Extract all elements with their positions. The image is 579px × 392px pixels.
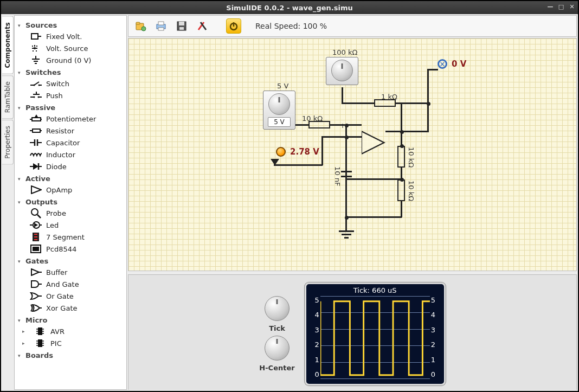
resistor-r3-label: 10 kΩ [407,147,415,168]
pot1-top-label: 5 V [277,82,288,90]
minimize-button[interactable]: — [546,3,554,10]
svg-rect-0 [31,34,38,39]
pcd-icon [30,245,42,253]
capacitor[interactable] [341,169,352,179]
save-button[interactable] [174,18,189,34]
component-pic[interactable]: ▸PIC [18,337,123,349]
svg-point-16 [34,85,35,86]
potentiometer-100k[interactable] [326,57,358,85]
inductor-icon [30,150,42,159]
buffer-icon [30,268,42,277]
open-file-button[interactable] [133,18,148,34]
led-icon [30,221,42,229]
fixed-volt-icon [30,32,42,41]
svg-line-14 [34,82,39,85]
component-volt-source[interactable]: Volt. Source [18,42,123,54]
window-title: SimulIDE 0.0.2 - wave_gen.simu [1,4,578,12]
close-button[interactable]: ✕ [568,3,576,10]
oscilloscope-panel: Tick H-Center Tick: 660 uS 543210 543210 [128,274,577,390]
oscilloscope-display[interactable]: Tick: 660 uS 543210 543210 [305,282,446,385]
tab-ramtable[interactable]: RamTable [2,75,14,119]
push-icon [30,91,42,100]
knob-icon[interactable] [331,60,353,81]
power-button[interactable] [226,18,241,34]
component-probe[interactable]: Probe [18,207,123,219]
category-sources[interactable]: ▾Sources [18,20,123,30]
svg-rect-43 [34,234,37,235]
app-window: SimulIDE 0.0.2 - wave_gen.simu — □ ✕ Com… [0,0,579,392]
component-and-gate[interactable]: And Gate [18,278,123,290]
potentiometer-5v[interactable]: 5 V [263,91,295,130]
component-ground-0-v-[interactable]: Ground (0 V) [18,54,123,66]
component-resistor[interactable]: Resistor [18,125,123,137]
tab-components[interactable]: Components [2,16,14,74]
component-push[interactable]: Push [18,89,123,101]
tools-button[interactable] [195,18,210,34]
component-avr[interactable]: ▸AVR [18,325,123,337]
print-button[interactable] [153,18,169,34]
category-outputs[interactable]: ▾Outputs [18,197,123,207]
resistor-r1[interactable] [308,121,330,128]
svg-rect-74 [179,27,184,30]
resistor-r2[interactable] [374,99,396,107]
pot1-value: 5 V [268,117,291,127]
tab-properties[interactable]: Properties [2,120,14,165]
titlebar[interactable]: SimulIDE 0.0.2 - wave_gen.simu — □ ✕ [1,1,578,14]
category-boards[interactable]: ▾Boards [18,350,123,361]
svg-rect-27 [33,129,40,132]
scope-title: Tick: 660 uS [306,286,444,294]
probe-reading: 0 V [452,59,466,69]
probe-ring-icon[interactable]: ✕ [438,59,447,69]
svg-rect-24 [32,118,41,121]
category-gates[interactable]: ▾Gates [18,256,123,266]
and-icon [30,280,42,288]
svg-point-22 [34,97,35,98]
capacitor-label: 10 nF [333,166,342,186]
component-xor-gate[interactable]: Xor Gate [18,302,123,314]
component-inductor[interactable]: Inductor [18,149,123,160]
component-switch[interactable]: Switch [18,78,123,89]
xor-icon [30,304,42,312]
svg-rect-47 [33,247,39,251]
probe-icon [30,209,42,217]
schematic-canvas[interactable]: 5 V 5 V 100 kΩ 10 kΩ [128,38,577,271]
led-indicator[interactable] [276,147,286,157]
svg-point-37 [31,209,38,215]
hcenter-knob[interactable] [265,336,290,361]
maximize-button[interactable]: □ [557,3,565,10]
svg-rect-45 [34,239,37,240]
ground-icon[interactable] [339,230,354,239]
chip-icon [34,339,46,348]
capacitor-icon [30,138,42,147]
component-potentiometer[interactable]: Potentiometer [18,113,123,125]
category-micro[interactable]: ▾Micro [18,315,123,325]
component-7-segment[interactable]: 7 Segment [18,231,123,243]
component-opamp[interactable]: OpAmp [18,184,123,196]
ground-icon [30,56,42,65]
category-active[interactable]: ▾Active [18,173,123,184]
category-switches[interactable]: ▾Switches [18,67,123,78]
tick-knob[interactable] [265,296,290,321]
resistor-r4-label: 10 kΩ [407,181,415,201]
component-led[interactable]: Led [18,219,123,231]
component-buffer[interactable]: Buffer [18,266,123,278]
component-capacitor[interactable]: Capacitor [18,137,123,149]
component-or-gate[interactable]: Or Gate [18,290,123,302]
component-pcd8544[interactable]: Pcd8544 [18,243,123,255]
category-passive[interactable]: ▾Passive [18,102,123,113]
sidebar-tabs: Components RamTable Properties [1,14,14,391]
tick-label: Tick [269,324,285,332]
switch-icon [30,79,42,88]
component-diode[interactable]: Diode [18,160,123,172]
svg-rect-59 [38,339,42,347]
components-panel[interactable]: ▾SourcesFixed Volt.Volt. SourceGround (0… [14,15,127,390]
knob-icon[interactable] [268,93,290,115]
component-fixed-volt-[interactable]: Fixed Volt. [18,30,123,42]
chip-icon [34,327,46,336]
or-icon [30,292,42,300]
resistor-r4[interactable] [397,179,405,201]
hcenter-label: H-Center [259,364,294,372]
svg-point-17 [38,85,40,86]
svg-rect-71 [158,28,164,30]
resistor-r3[interactable] [397,146,405,168]
